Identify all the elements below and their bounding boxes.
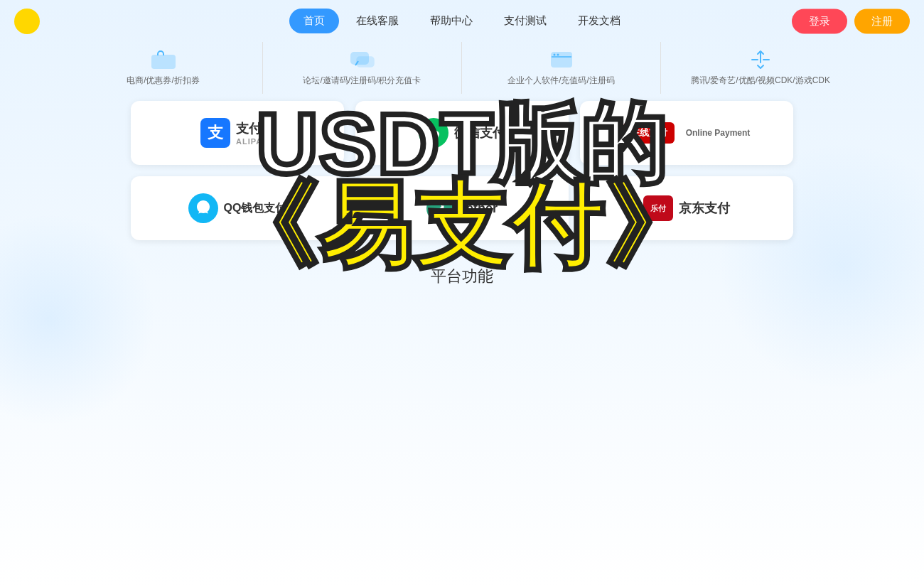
wechat-name: 微信支付: [454, 124, 505, 141]
nav-home[interactable]: 首页: [289, 9, 339, 33]
jd-card[interactable]: 乐付 京东支付: [580, 176, 793, 240]
qq-icon: [188, 193, 218, 223]
category-ecommerce[interactable]: 电商/优惠券/折扣券: [64, 42, 263, 94]
hero-section: USDT版的 《易支付》 支 支付宝 ALIPAY: [0, 94, 924, 252]
wechat-logo: 微信支付: [419, 118, 505, 148]
alipay-card[interactable]: 支 支付宝 ALIPAY: [131, 101, 344, 165]
tether-card[interactable]: ₮ tether: [355, 176, 569, 240]
payment-grid: 支 支付宝 ALIPAY 微信支付: [28, 101, 896, 252]
qq-card[interactable]: QQ钱包支付: [131, 176, 344, 240]
alipay-name: 支付宝: [236, 120, 274, 137]
register-button[interactable]: 注册: [854, 9, 910, 33]
category-media-label: 腾讯/爱奇艺/优酷/视频CDK/游戏CDK: [691, 75, 830, 87]
navigation: 首页 在线客服 帮助中心 支付测试 开发文档 登录 注册: [0, 0, 924, 42]
jd-icon: 乐付: [643, 195, 673, 221]
svg-text:₮: ₮: [438, 203, 445, 214]
nav-help[interactable]: 帮助中心: [416, 9, 487, 33]
software-icon: [547, 49, 576, 70]
wechat-card[interactable]: 微信支付: [355, 101, 569, 165]
alipay-logo: 支 支付宝 ALIPAY: [200, 118, 274, 148]
tether-name: tether: [462, 201, 498, 216]
wechat-icon: [419, 118, 448, 148]
category-software-label: 企业个人软件/充值码/注册码: [507, 75, 615, 87]
nav-support[interactable]: 在线客服: [342, 9, 413, 33]
alipay-sub: ALIPAY: [236, 137, 274, 146]
jd-logo: 乐付 京东支付: [643, 195, 730, 221]
nav-items: 首页 在线客服 帮助中心 支付测试 开发文档: [289, 9, 635, 33]
qq-name: QQ钱包支付: [224, 201, 287, 216]
online-pay-logo: 在线支付 Online Payment: [623, 122, 751, 144]
online-pay-icon: 在线支付: [623, 122, 675, 144]
nav-dev-docs[interactable]: 开发文档: [564, 9, 635, 33]
jd-name: 京东支付: [679, 200, 730, 217]
online-pay-sub: Online Payment: [686, 128, 751, 138]
category-software[interactable]: 企业个人软件/充值码/注册码: [462, 42, 661, 94]
category-media[interactable]: 腾讯/爱奇艺/优酷/视频CDK/游戏CDK: [661, 42, 860, 94]
payment-row-1: 支 支付宝 ALIPAY 微信支付: [71, 101, 853, 165]
bottom-section: 平台功能: [0, 252, 924, 287]
svg-point-5: [557, 54, 559, 56]
ecommerce-icon: [149, 49, 178, 70]
online-pay-card[interactable]: 在线支付 Online Payment: [580, 101, 793, 165]
nav-pay-test[interactable]: 支付测试: [490, 9, 561, 33]
svg-point-4: [553, 54, 555, 56]
tether-icon: ₮: [426, 193, 456, 223]
svg-rect-0: [152, 55, 175, 68]
svg-rect-2: [357, 57, 374, 67]
forum-icon: [348, 49, 377, 70]
tether-logo: ₮ tether: [426, 193, 498, 223]
media-icon: [746, 49, 775, 70]
login-button[interactable]: 登录: [792, 9, 847, 33]
platform-title: 平台功能: [0, 266, 924, 287]
payment-row-2: QQ钱包支付 ₮ tether 乐付: [71, 176, 853, 240]
category-ecommerce-label: 电商/优惠券/折扣券: [127, 75, 200, 87]
logo: [14, 9, 40, 34]
jd-icon-text: 乐付: [650, 203, 666, 214]
category-forum[interactable]: 论坛/邀请码/注册码/积分充值卡: [263, 42, 462, 94]
category-bar: 电商/优惠券/折扣券 论坛/邀请码/注册码/积分充值卡 企业个人软件/充值码/注…: [0, 42, 924, 94]
nav-buttons: 登录 注册: [792, 9, 910, 33]
alipay-icon: 支: [200, 118, 230, 148]
category-forum-label: 论坛/邀请码/注册码/积分充值卡: [303, 75, 421, 87]
qq-logo: QQ钱包支付: [188, 193, 287, 223]
